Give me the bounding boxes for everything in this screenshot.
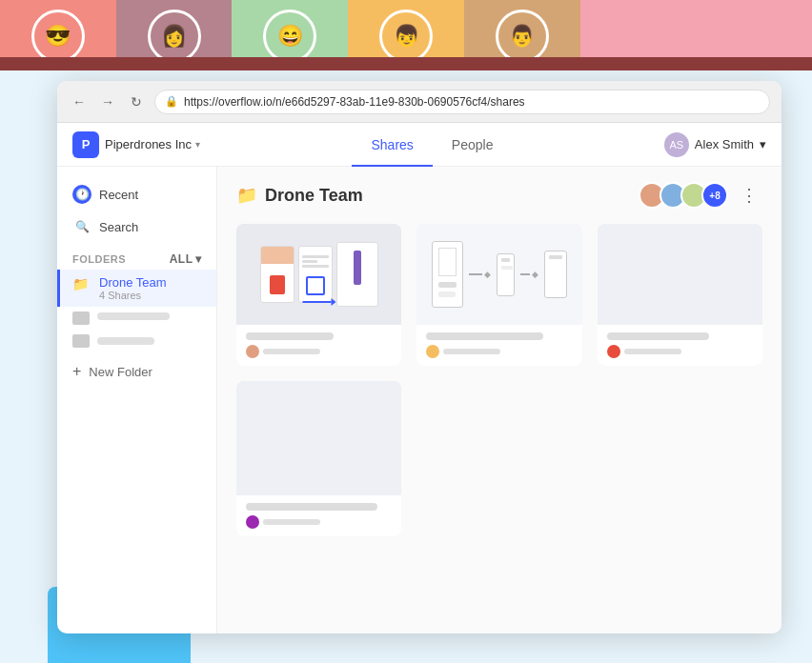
wf-box-1: [432, 241, 462, 308]
folder-icon-active: 📁: [72, 276, 91, 295]
share-meta-avatar-4: [246, 515, 259, 529]
share-meta-text-3: [624, 349, 681, 354]
folder-icon-2: [72, 311, 90, 325]
share-thumb-4: [236, 381, 401, 495]
browser-chrome: ← → ↻ 🔒 https://overflow.io/n/e66d5297-8…: [57, 81, 782, 123]
back-button[interactable]: ←: [69, 91, 90, 112]
user-badge[interactable]: AS Alex Smith ▾: [664, 132, 766, 157]
browser-window: ← → ↻ 🔒 https://overflow.io/n/e66d5297-8…: [57, 81, 782, 633]
share-info-4: [236, 495, 401, 536]
refresh-button[interactable]: ↻: [126, 91, 147, 112]
top-bar-segment-4: 👦: [348, 0, 464, 57]
mockup-screen-3: [336, 242, 378, 307]
header-right: +8 ⋮: [639, 182, 762, 209]
share-meta-4: [246, 515, 392, 529]
dark-strip: [0, 57, 812, 70]
search-icon: 🔍: [72, 217, 91, 236]
folder-name-drone-team: Drone Team: [99, 275, 167, 290]
share-title-bar-3: [607, 332, 709, 340]
folder-icon-3: [72, 334, 90, 348]
share-meta-text-1: [263, 349, 320, 354]
team-avatar-count: +8: [701, 182, 728, 209]
mockup-screen-2: [298, 246, 333, 303]
lock-icon: 🔒: [165, 95, 178, 108]
workspace-name[interactable]: Piperdrones Inc ▾: [105, 137, 200, 151]
app-logo: P: [72, 131, 99, 158]
share-thumb-2: ◆ ◆: [416, 224, 581, 325]
share-title-bar-2: [426, 332, 543, 340]
shares-grid: ◆ ◆: [236, 224, 762, 536]
share-info-1: [236, 325, 401, 366]
sidebar-item-recent[interactable]: 🕐 Recent: [57, 178, 216, 211]
wf-box-2: [497, 253, 516, 296]
new-folder-button[interactable]: + New Folder: [57, 356, 216, 387]
new-folder-label: New Folder: [89, 365, 152, 379]
share-meta-2: [426, 345, 572, 358]
content-header: 📁 Drone Team +8 ⋮: [236, 182, 762, 209]
user-caret: ▾: [760, 137, 766, 151]
top-bar-segment-5: 👨: [464, 0, 580, 57]
mockup-screen-1: [260, 246, 294, 303]
more-options-button[interactable]: ⋮: [736, 182, 762, 209]
avatar-4: 👦: [379, 10, 433, 57]
recent-label: Recent: [99, 188, 138, 202]
top-bar-segment-6: [580, 0, 812, 57]
avatar-2: 👩: [148, 10, 201, 57]
folder-title-icon: 📁: [236, 185, 257, 206]
share-thumb-1: [236, 224, 401, 325]
recent-icon: 🕐: [72, 185, 91, 204]
avatar-5: 👨: [496, 10, 549, 57]
sidebar: 🕐 Recent 🔍 Search FOLDERS All ▾ 📁 Drone …: [57, 167, 217, 633]
folder-placeholder-1[interactable]: [57, 307, 216, 330]
avatar-3: 😄: [263, 10, 316, 57]
folder-info-drone-team: Drone Team 4 Shares: [99, 275, 167, 301]
main-layout: 🕐 Recent 🔍 Search FOLDERS All ▾ 📁 Drone …: [57, 167, 782, 633]
content-area: 📁 Drone Team +8 ⋮: [217, 167, 782, 633]
plus-icon: +: [72, 363, 81, 380]
folders-filter[interactable]: All ▾: [170, 252, 201, 266]
share-thumb-3: [598, 224, 762, 325]
forward-button[interactable]: →: [97, 91, 118, 112]
folder-placeholder-2[interactable]: [57, 330, 216, 352]
team-avatars: +8: [639, 182, 728, 209]
wf-box-3: [544, 251, 566, 298]
share-card-1[interactable]: [236, 224, 401, 366]
folder-title-text: Drone Team: [265, 186, 363, 206]
share-card-4[interactable]: [236, 381, 401, 536]
folder-count-drone-team: 4 Shares: [99, 290, 167, 301]
folders-label: FOLDERS: [72, 253, 126, 265]
app-header: P Piperdrones Inc ▾ Shares People AS Ale…: [57, 123, 782, 167]
url-text: https://overflow.io/n/e66d5297-83ab-11e9…: [184, 95, 525, 109]
share-meta-3: [607, 345, 753, 358]
user-avatar: AS: [664, 132, 689, 157]
user-name: Alex Smith: [695, 137, 754, 151]
top-bar: 😎 👩 😄 👦 👨: [0, 0, 812, 57]
sidebar-item-search[interactable]: 🔍 Search: [57, 211, 216, 243]
avatar-1: 😎: [31, 10, 85, 57]
share-meta-avatar-3: [607, 345, 620, 358]
share-meta-text-4: [263, 519, 320, 525]
share-title-bar-4: [246, 503, 377, 511]
folders-header: FOLDERS All ▾: [57, 243, 216, 270]
tab-shares[interactable]: Shares: [352, 123, 432, 167]
folder-title: 📁 Drone Team: [236, 185, 363, 206]
top-bar-segment-2: 👩: [116, 0, 233, 57]
share-info-2: [416, 325, 581, 366]
share-card-2[interactable]: ◆ ◆: [416, 224, 581, 366]
folder-item-drone-team[interactable]: 📁 Drone Team 4 Shares: [57, 270, 216, 307]
workspace-caret: ▾: [195, 139, 200, 150]
share-title-bar-1: [246, 332, 334, 340]
header-tabs: Shares People: [352, 123, 512, 167]
share-card-3[interactable]: [598, 224, 762, 366]
share-meta-1: [246, 345, 392, 358]
url-bar[interactable]: 🔒 https://overflow.io/n/e66d5297-83ab-11…: [154, 90, 770, 114]
share-info-3: [598, 325, 762, 366]
share-meta-avatar-2: [426, 345, 439, 358]
search-label: Search: [99, 220, 138, 234]
top-bar-segment-1: 😎: [0, 0, 116, 57]
tab-people[interactable]: People: [433, 123, 513, 167]
share-meta-text-2: [443, 349, 500, 354]
share-meta-avatar-1: [246, 345, 259, 358]
top-bar-segment-3: 😄: [232, 0, 348, 57]
